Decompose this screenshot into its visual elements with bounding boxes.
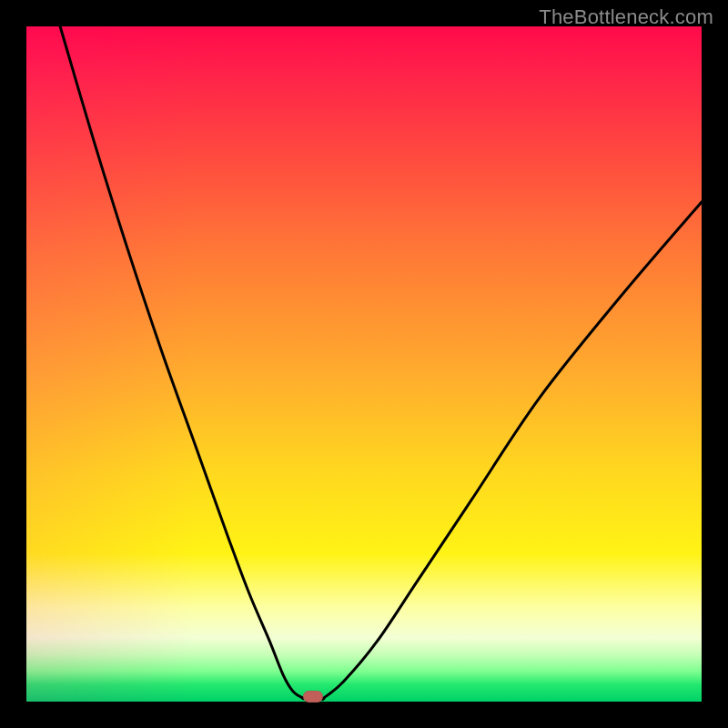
curve-path xyxy=(60,26,702,700)
chart-frame: TheBottleneck.com xyxy=(0,0,728,728)
plot-area xyxy=(26,26,702,702)
bottleneck-curve xyxy=(26,26,702,702)
optimal-marker xyxy=(303,691,323,703)
